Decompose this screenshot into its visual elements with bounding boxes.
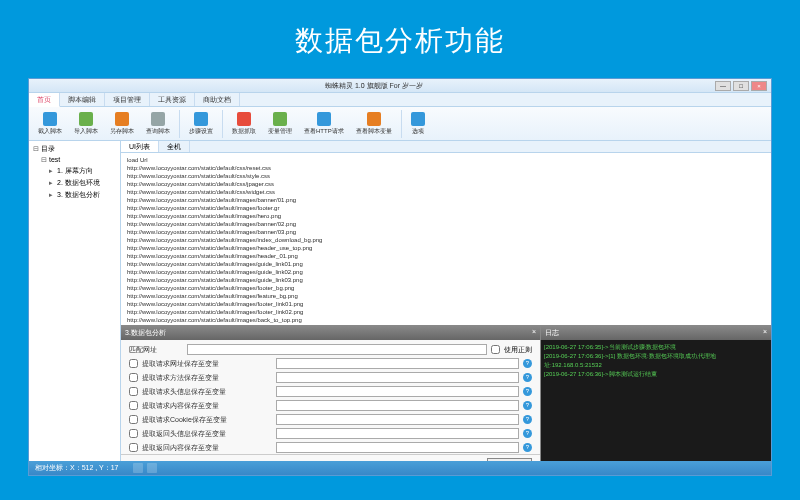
close-icon[interactable]: × [532, 328, 536, 338]
help-icon[interactable]: ? [523, 415, 532, 424]
log-line: [2019-06-27 17:06:36]->[1] 数据包环境:数据包环境取成… [544, 352, 768, 370]
log-panel: 日志 × [2019-06-27 17:06:35]->当前测试步骤:数据包环境… [541, 326, 771, 475]
inner-tab-全机[interactable]: 全机 [159, 141, 190, 152]
help-icon[interactable]: ? [523, 443, 532, 452]
statusbar: 相对坐标：X：512 , Y：17 [29, 461, 771, 475]
help-icon[interactable]: ? [523, 359, 532, 368]
extract-label: 提取请求内容保存至变量 [142, 401, 272, 411]
tab-工具资源[interactable]: 工具资源 [150, 93, 195, 106]
url-line[interactable]: http://www.locoyyostar.com/static/defaul… [127, 228, 765, 236]
url-line[interactable]: http://www.locoyyostar.com/static/defaul… [127, 172, 765, 180]
help-icon[interactable]: ? [523, 373, 532, 382]
app-window: 蜘蛛精灵 1.0 旗舰版 For 岁一岁 — □ × 首页脚本编辑项目管理工具资… [28, 78, 772, 476]
help-icon[interactable]: ? [523, 429, 532, 438]
ribbon-toolbar: 截入脚本导入脚本另存脚本查询脚本步骤设置数据抓取变量管理查看HTTP请求查看脚本… [29, 107, 771, 141]
url-line[interactable]: http://www.locoyyostar.com/static/defaul… [127, 316, 765, 324]
tab-首页[interactable]: 首页 [29, 93, 60, 107]
tab-项目管理[interactable]: 项目管理 [105, 93, 150, 106]
ribbon-查询脚本[interactable]: 查询脚本 [141, 110, 175, 138]
use-regex-label: 使用正则 [504, 345, 532, 355]
status-icon[interactable] [133, 463, 143, 473]
window-title: 蜘蛛精灵 1.0 旗舰版 For 岁一岁 [325, 81, 423, 91]
variable-input[interactable] [276, 428, 519, 439]
main-tabs: 首页脚本编辑项目管理工具资源商助文档 [29, 93, 771, 107]
variable-input[interactable] [276, 358, 519, 369]
查看HTTP请求-icon [317, 112, 331, 126]
extract-checkbox[interactable] [129, 429, 138, 438]
bottom-panels: 3.数据包分析 × 匹配网址 使用正则 提取请求网址保存至变量?提取请求方法保存… [121, 325, 771, 475]
url-line[interactable]: http://www.locoyyostar.com/static/defaul… [127, 196, 765, 204]
hero-title: 数据包分析功能 [0, 0, 800, 78]
tree-item[interactable]: ⊟test [31, 155, 118, 165]
url-line[interactable]: http://www.locoyyostar.com/static/defaul… [127, 300, 765, 308]
status-icon[interactable] [147, 463, 157, 473]
url-line[interactable]: http://www.locoyyostar.com/static/defaul… [127, 308, 765, 316]
tab-商助文档[interactable]: 商助文档 [195, 93, 240, 106]
extract-label: 提取请求Cookie保存至变量 [142, 415, 272, 425]
ribbon-截入脚本[interactable]: 截入脚本 [33, 110, 67, 138]
查看脚本变量-icon [367, 112, 381, 126]
config-panel: 3.数据包分析 × 匹配网址 使用正则 提取请求网址保存至变量?提取请求方法保存… [121, 326, 541, 475]
变量管理-icon [273, 112, 287, 126]
url-line[interactable]: http://www.locoyyostar.com/static/defaul… [127, 252, 765, 260]
tab-脚本编辑[interactable]: 脚本编辑 [60, 93, 105, 106]
inner-tabs: UI列表全机 [121, 141, 771, 153]
close-button[interactable]: × [751, 81, 767, 91]
minimize-button[interactable]: — [715, 81, 731, 91]
url-line[interactable]: http://www.locoyyostar.com/static/defaul… [127, 212, 765, 220]
url-line[interactable]: http://www.locoyyostar.com/static/defaul… [127, 292, 765, 300]
extract-label: 提取请求头信息保存至变量 [142, 387, 272, 397]
ribbon-查看HTTP请求[interactable]: 查看HTTP请求 [299, 110, 349, 138]
window-controls: — □ × [715, 81, 767, 91]
ribbon-另存脚本[interactable]: 另存脚本 [105, 110, 139, 138]
tree-item[interactable]: ▸2. 数据包环境 [31, 177, 118, 189]
tree-item[interactable]: ▸1. 屏幕方向 [31, 165, 118, 177]
extract-checkbox[interactable] [129, 415, 138, 424]
extract-checkbox[interactable] [129, 359, 138, 368]
ribbon-数据抓取[interactable]: 数据抓取 [227, 110, 261, 138]
截入脚本-icon [43, 112, 57, 126]
extract-checkbox[interactable] [129, 443, 138, 452]
url-line[interactable]: http://www.locoyyostar.com/static/defaul… [127, 204, 765, 212]
variable-input[interactable] [276, 386, 519, 397]
maximize-button[interactable]: □ [733, 81, 749, 91]
url-line[interactable]: http://www.locoyyostar.com/static/defaul… [127, 164, 765, 172]
coords-display: 相对坐标：X：512 , Y：17 [35, 463, 119, 473]
extract-checkbox[interactable] [129, 401, 138, 410]
help-icon[interactable]: ? [523, 387, 532, 396]
url-line[interactable]: http://www.locoyyostar.com/static/defaul… [127, 220, 765, 228]
url-line[interactable]: http://www.locoyyostar.com/static/defaul… [127, 276, 765, 284]
inner-tab-UI列表[interactable]: UI列表 [121, 141, 159, 152]
variable-input[interactable] [276, 414, 519, 425]
url-line[interactable]: http://www.locoyyostar.com/static/defaul… [127, 244, 765, 252]
match-url-input[interactable] [187, 344, 487, 355]
数据抓取-icon [237, 112, 251, 126]
tree-item[interactable]: ▸3. 数据包分析 [31, 189, 118, 201]
ribbon-步骤设置[interactable]: 步骤设置 [184, 110, 218, 138]
ribbon-选项[interactable]: 选项 [406, 110, 430, 138]
extract-checkbox[interactable] [129, 373, 138, 382]
extract-checkbox[interactable] [129, 387, 138, 396]
导入脚本-icon [79, 112, 93, 126]
variable-input[interactable] [276, 400, 519, 411]
ribbon-查看脚本变量[interactable]: 查看脚本变量 [351, 110, 397, 138]
选项-icon [411, 112, 425, 126]
url-line[interactable]: http://www.locoyyostar.com/static/defaul… [127, 260, 765, 268]
variable-input[interactable] [276, 442, 519, 453]
close-icon[interactable]: × [763, 328, 767, 338]
config-body: 匹配网址 使用正则 提取请求网址保存至变量?提取请求方法保存至变量?提取请求头信… [121, 340, 540, 454]
use-regex-checkbox[interactable] [491, 345, 500, 354]
url-line[interactable]: http://www.locoyyostar.com/static/defaul… [127, 236, 765, 244]
variable-input[interactable] [276, 372, 519, 383]
url-line[interactable]: http://www.locoyyostar.com/static/defaul… [127, 180, 765, 188]
url-line[interactable]: http://www.locoyyostar.com/static/defaul… [127, 284, 765, 292]
extract-label: 提取返回内容保存至变量 [142, 443, 272, 453]
url-line[interactable]: http://www.locoyyostar.com/static/defaul… [127, 188, 765, 196]
help-icon[interactable]: ? [523, 401, 532, 410]
ribbon-变量管理[interactable]: 变量管理 [263, 110, 297, 138]
url-line[interactable]: http://www.locoyyostar.com/static/defaul… [127, 268, 765, 276]
tree-item[interactable]: ⊟目录 [31, 143, 118, 155]
project-tree: ⊟目录⊟test▸1. 屏幕方向▸2. 数据包环境▸3. 数据包分析 [29, 141, 121, 475]
ribbon-导入脚本[interactable]: 导入脚本 [69, 110, 103, 138]
extract-label: 提取返回头信息保存至变量 [142, 429, 272, 439]
